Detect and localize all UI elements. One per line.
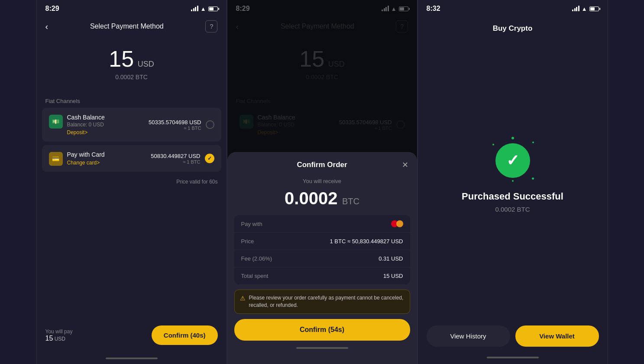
mastercard-circle2 <box>396 220 403 227</box>
total-row: Total spent 15 USD <box>234 267 410 284</box>
pay-card-icon-1: 💳 <box>49 152 63 166</box>
pay-card-btc-1: ≈ 1 BTC <box>151 159 200 164</box>
status-icons-3: ▲ <box>572 6 599 12</box>
fiat-channels-label-1: Fiat Channels <box>37 93 227 108</box>
dot-top-left <box>492 144 494 145</box>
cash-balance-right-1: 50335.5704698 USD ≈ 1 BTC <box>149 119 214 131</box>
pay-amount-1: 15 <box>45 335 53 342</box>
wifi-icon-1: ▲ <box>201 6 206 12</box>
time-3: 8:32 <box>427 5 440 13</box>
total-value: 15 USD <box>383 273 403 279</box>
dot-bottom <box>512 180 514 182</box>
dot-top <box>511 137 514 139</box>
battery-icon-3 <box>589 6 599 11</box>
amount-section-1: 15 USD 0.0002 BTC <box>37 37 227 93</box>
amount-unit-1: USD <box>138 60 154 68</box>
dot-top-right <box>532 142 534 143</box>
cash-balance-left-1: 💵 Cash Balance Balance: 0 USD Deposit> <box>49 114 105 135</box>
total-label: Total spent <box>241 273 269 279</box>
header-title-1: Select Payment Method <box>90 23 164 30</box>
success-icon-wrap: ✓ <box>495 143 530 178</box>
success-check-icon: ✓ <box>506 151 519 170</box>
success-title: Purchased Successful <box>462 191 563 202</box>
confirm-button-1[interactable]: Confirm (40s) <box>152 325 218 345</box>
pay-with-card-option-1[interactable]: 💳 Pay with Card Change card> 50830.44982… <box>42 145 221 172</box>
receive-unit: BTC <box>342 196 359 206</box>
warning-icon: ⚠ <box>240 295 246 302</box>
receive-amount: 0.0002 BTC <box>227 187 417 215</box>
wifi-icon-3: ▲ <box>582 6 587 12</box>
cash-balance-name-1: Cash Balance <box>67 114 105 121</box>
warning-box: ⚠ Please review your order carefully as … <box>234 290 410 314</box>
screen2: 8:29 ▲ ‹ Select Payment Method ? 15 USD … <box>227 0 417 364</box>
fee-row: Fee (2.06%) 0.31 USD <box>234 250 410 267</box>
time-1: 8:29 <box>45 5 59 13</box>
success-circle: ✓ <box>495 143 530 178</box>
success-btc: 0.0002 BTC <box>495 206 530 213</box>
change-card-link-1[interactable]: Change card> <box>67 160 105 166</box>
receive-label: You will receive <box>227 178 417 184</box>
deposit-link-1[interactable]: Deposit> <box>67 129 105 135</box>
fee-value: 0.31 USD <box>379 255 403 262</box>
modal-close-button[interactable]: ✕ <box>402 160 408 170</box>
cash-balance-balance-1: Balance: 0 USD <box>67 122 105 128</box>
dot-bottom-right <box>532 177 534 180</box>
battery-icon-1 <box>208 6 218 11</box>
pay-with-label: Pay with <box>241 221 262 227</box>
screen1: 8:29 ▲ ‹ Select Payment Method ? 15 USD … <box>36 0 227 364</box>
amount-btc-1: 0.0002 BTC <box>45 74 218 81</box>
pay-card-amount-1: 50830.449827 USD ≈ 1 BTC <box>151 153 200 164</box>
status-bar-1: 8:29 ▲ <box>37 0 227 16</box>
cash-balance-usd-1: 50335.5704698 USD <box>149 119 201 126</box>
cash-balance-btc-1: ≈ 1 BTC <box>149 126 201 131</box>
pay-info-1: You will pay 15 USD <box>45 329 73 342</box>
view-history-button[interactable]: View History <box>427 325 510 347</box>
signal-icon-3 <box>572 6 579 11</box>
pay-card-check-1: ✓ <box>205 154 214 163</box>
amount-value-1: 15 <box>109 46 134 71</box>
confirm-order-modal: Confirm Order ✕ You will receive 0.0002 … <box>227 152 417 364</box>
pay-card-left-1: 💳 Pay with Card Change card> <box>49 151 105 166</box>
cash-balance-option-1[interactable]: 💵 Cash Balance Balance: 0 USD Deposit> 5… <box>42 108 221 142</box>
screen3: 8:32 ▲ Buy Crypto <box>417 0 608 364</box>
pay-card-right-1: 50830.449827 USD ≈ 1 BTC ✓ <box>151 153 214 164</box>
pay-card-name-1: Pay with Card <box>67 151 105 158</box>
back-button-1[interactable]: ‹ <box>45 22 49 32</box>
price-row: Price 1 BTC ≈ 50,830.449827 USD <box>234 233 410 250</box>
success-content: ✓ Purchased Successful 0.0002 BTC <box>418 37 608 319</box>
cash-balance-amount-1: 50335.5704698 USD ≈ 1 BTC <box>149 119 201 131</box>
status-icons-1: ▲ <box>191 6 217 12</box>
price-value: 1 BTC ≈ 50,830.449827 USD <box>330 238 403 245</box>
home-indicator-3 <box>418 355 608 364</box>
warning-text: Please review your order carefully as pa… <box>249 294 405 309</box>
amount-display-1: 15 USD <box>45 46 218 72</box>
receive-big-value: 0.0002 <box>285 189 337 208</box>
home-bar-1 <box>106 358 158 359</box>
home-indicator-1 <box>37 355 227 364</box>
view-wallet-button[interactable]: View Wallet <box>515 325 599 347</box>
success-header-title: Buy Crypto <box>493 24 533 33</box>
home-bar-2 <box>296 347 348 349</box>
status-bar-3: 8:32 ▲ <box>418 0 608 16</box>
success-header: Buy Crypto <box>418 16 608 37</box>
success-bottom: View History View Wallet <box>418 319 608 355</box>
order-details: Pay with Price 1 BTC ≈ 50,830.449827 USD… <box>234 215 410 284</box>
help-icon-1[interactable]: ? <box>205 20 217 32</box>
price-valid-1: Price valid for 60s <box>37 175 227 188</box>
pay-card-info-1: Pay with Card Change card> <box>67 151 105 166</box>
home-indicator-2 <box>227 345 417 354</box>
cash-balance-radio-1[interactable] <box>206 120 214 129</box>
cash-balance-info-1: Cash Balance Balance: 0 USD Deposit> <box>67 114 105 135</box>
signal-icon-1 <box>191 6 198 11</box>
price-label: Price <box>241 238 254 245</box>
fee-label: Fee (2.06%) <box>241 255 272 262</box>
cash-balance-icon-1: 💵 <box>49 115 63 129</box>
card-badge <box>391 220 403 227</box>
modal-overlay: Confirm Order ✕ You will receive 0.0002 … <box>227 0 417 364</box>
pay-with-row: Pay with <box>234 215 410 233</box>
home-bar-3 <box>487 357 539 358</box>
modal-confirm-button[interactable]: Confirm (54s) <box>234 319 410 341</box>
header-1: ‹ Select Payment Method ? <box>37 16 227 37</box>
pay-card-usd-1: 50830.449827 USD <box>151 153 200 159</box>
bottom-bar-1: You will pay 15 USD Confirm (40s) <box>37 319 227 355</box>
